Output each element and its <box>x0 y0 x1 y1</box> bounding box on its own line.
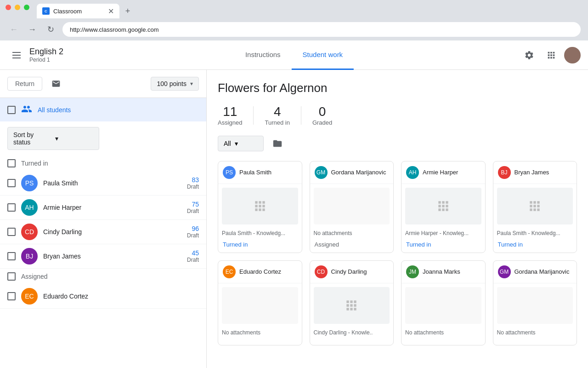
card-header-gordana-2: GM Gordana Marijanovic <box>493 261 577 283</box>
card-avatar-bryan: BJ <box>498 166 511 179</box>
return-button[interactable]: Return <box>7 77 42 91</box>
sidebar: Return 100 points ▾ All students Sort by… <box>0 70 207 368</box>
turned-in-label: Turned in <box>21 160 48 167</box>
points-selector[interactable]: 100 points ▾ <box>151 77 199 91</box>
turned-in-section-checkbox[interactable] <box>7 159 16 167</box>
student-score-bryan: 45 Draft <box>187 249 199 263</box>
filter-selector[interactable]: All ▾ <box>218 136 264 151</box>
filter-arrow-icon: ▾ <box>235 140 238 147</box>
back-button[interactable]: ← <box>7 23 20 36</box>
card-status-gordana-2 <box>493 338 577 345</box>
attachment-icon-cindy <box>344 298 359 313</box>
student-name-armie: Armie Harper <box>43 204 181 211</box>
student-checkbox-eduardo[interactable] <box>7 292 16 300</box>
forward-button[interactable]: → <box>26 23 39 36</box>
folder-button[interactable] <box>269 135 286 152</box>
filter-row: All ▾ <box>218 135 577 152</box>
card-status-gordana: Assigned <box>310 238 394 253</box>
card-avatar-joanna: JM <box>406 265 419 278</box>
all-students-checkbox[interactable] <box>7 106 16 114</box>
student-checkbox-armie[interactable] <box>7 203 16 212</box>
card-cindy-darling[interactable]: CD Cindy Darling Cindy Darling - Knowle.… <box>310 260 394 345</box>
stat-assigned: 11 Assigned <box>218 104 253 126</box>
card-no-attachment-gordana <box>314 188 390 224</box>
student-score-armie: 75 Draft <box>187 201 199 214</box>
card-name-bryan: Bryan James <box>514 169 549 177</box>
card-status-cindy <box>310 338 394 345</box>
sort-selector[interactable]: Sort by status ▾ <box>7 127 99 150</box>
stat-graded-label: Graded <box>312 119 332 126</box>
card-filename-paula: Paula Smith - Knowledg... <box>218 228 302 238</box>
reload-button[interactable]: ↻ <box>44 23 57 36</box>
card-name-paula: Paula Smith <box>239 169 271 177</box>
card-header-joanna: JM Joanna Marks <box>401 261 485 283</box>
user-avatar[interactable] <box>564 47 581 63</box>
address-bar[interactable]: http://www.classroom.google.com <box>62 22 581 37</box>
card-gordana-2[interactable]: GM Gordana Marijanovic No attachments <box>493 260 577 345</box>
card-avatar-paula: PS <box>223 166 236 179</box>
attachment-icon-paula <box>253 199 267 213</box>
settings-button[interactable] <box>520 46 538 64</box>
card-name-gordana: Gordana Marijanovic <box>331 169 386 177</box>
app-title-group: English 2 Period 1 <box>29 47 63 63</box>
card-no-attachment-gordana-2 <box>497 287 573 324</box>
all-students-row[interactable]: All students <box>0 98 206 121</box>
tab-close-button[interactable]: ✕ <box>108 7 114 16</box>
window-minimize[interactable] <box>15 5 20 10</box>
folder-icon <box>272 138 283 149</box>
new-tab-button[interactable]: + <box>121 5 134 17</box>
student-row-bryan[interactable]: BJ Bryan James 45 Draft <box>0 244 206 269</box>
card-avatar-gordana: GM <box>315 166 328 179</box>
points-arrow-icon: ▾ <box>190 80 193 87</box>
card-armie-harper[interactable]: AH Armie Harper Armie Harper - Knowleg..… <box>401 161 486 253</box>
hamburger-menu[interactable] <box>7 46 26 64</box>
sort-row: Sort by status ▾ <box>0 121 206 155</box>
card-status-paula: Turned in <box>218 238 302 253</box>
main-layout: Return 100 points ▾ All students Sort by… <box>0 70 588 368</box>
card-joanna-marks[interactable]: JM Joanna Marks No attachments <box>401 260 486 345</box>
window-maximize[interactable] <box>24 5 29 10</box>
student-checkbox-bryan[interactable] <box>7 252 16 260</box>
card-filename-gordana-2: No attachments <box>493 328 577 338</box>
student-row-armie[interactable]: AH Armie Harper 75 Draft <box>0 196 206 220</box>
student-score-paula: 83 Draft <box>187 176 199 190</box>
window-close[interactable] <box>6 5 11 10</box>
student-name-eduardo: Eduardo Cortez <box>43 293 199 300</box>
student-row-cindy[interactable]: CD Cindy Darling 96 Draft <box>0 220 206 244</box>
mail-button[interactable] <box>48 75 64 92</box>
student-row-eduardo[interactable]: EC Eduardo Cortez <box>0 284 206 309</box>
section-header-turned-in: Turned in <box>0 155 206 171</box>
card-attachment-armie <box>405 188 481 224</box>
card-header-armie: AH Armie Harper <box>401 161 485 184</box>
student-checkbox-cindy[interactable] <box>7 228 16 236</box>
card-filename-bryan: Paula Smith - Knowledg... <box>493 228 577 238</box>
all-students-icon <box>21 104 32 116</box>
assigned-section-checkbox[interactable] <box>7 272 16 281</box>
card-bryan-james[interactable]: BJ Bryan James Paula Smith - Knowledg...… <box>493 161 577 253</box>
stat-assigned-label: Assigned <box>218 119 242 126</box>
avatar-armie: AH <box>21 199 38 216</box>
browser-tab[interactable]: C Classroom ✕ <box>37 4 119 18</box>
tab-student-work[interactable]: Student work <box>292 40 354 70</box>
card-header-cindy: CD Cindy Darling <box>310 261 394 283</box>
apps-button[interactable] <box>542 46 560 64</box>
card-name-armie: Armie Harper <box>423 169 458 177</box>
card-eduardo-cortez[interactable]: EC Eduardo Cortez No attachments <box>218 260 302 345</box>
main-content: Flowers for Algernon 11 Assigned 4 Turne… <box>207 70 588 368</box>
card-avatar-eduardo: EC <box>223 265 236 278</box>
card-gordana[interactable]: GM Gordana Marijanovic No attachments As… <box>310 161 394 253</box>
mail-icon <box>51 79 61 88</box>
stat-graded-number: 0 <box>312 104 332 119</box>
tab-instructions[interactable]: Instructions <box>234 40 292 70</box>
card-no-attachment-joanna <box>405 287 481 324</box>
card-name-eduardo: Eduardo Cortez <box>239 268 281 276</box>
student-row-paula[interactable]: PS Paula Smith 83 Draft <box>0 171 206 196</box>
card-paula-smith[interactable]: PS Paula Smith Paula Smith - Knowledg...… <box>218 161 302 253</box>
url-text: http://www.classroom.google.com <box>70 26 159 33</box>
student-checkbox-paula[interactable] <box>7 179 16 187</box>
card-attachment-paula <box>222 188 298 224</box>
student-name-cindy: Cindy Darling <box>43 228 181 236</box>
stat-assigned-number: 11 <box>218 104 242 119</box>
avatar-eduardo: EC <box>21 288 38 305</box>
card-header-bryan: BJ Bryan James <box>493 161 577 184</box>
